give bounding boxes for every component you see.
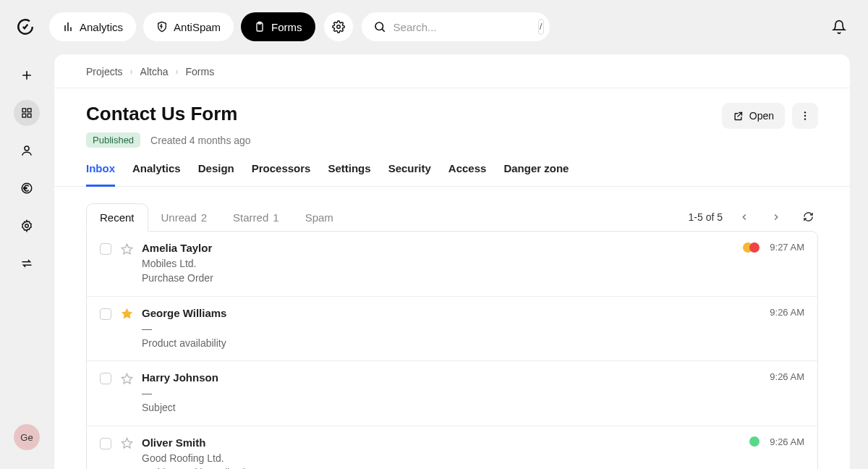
row-name: Harry Johnson [142,371,761,384]
page-title: Contact Us Form [86,103,251,125]
svg-point-14 [25,146,29,151]
swap-icon [20,257,33,270]
tab-processors[interactable]: Processors [252,162,311,186]
row-subject: Subject [142,400,761,415]
starred-count: 1 [273,211,278,224]
star-icon[interactable] [120,437,133,450]
sidebar: Ge [0,54,54,469]
notifications-button[interactable] [825,12,854,41]
shield-icon [156,21,168,33]
tab-design[interactable]: Design [198,162,234,186]
chevron-right-icon: › [176,67,179,77]
sidebar-billing[interactable] [14,175,40,201]
sidebar-settings[interactable] [14,213,40,239]
euro-icon [20,182,33,195]
settings-button[interactable] [324,12,353,41]
search-icon [373,20,386,33]
row-checkbox[interactable] [100,243,111,255]
breadcrumb-projects[interactable]: Projects [86,66,123,77]
sidebar-dashboard[interactable] [14,100,40,126]
row-subject: Purchase Order [142,271,734,285]
sidebar-new[interactable] [14,62,40,88]
row-right: 9:26 AM [770,371,804,382]
tab-access[interactable]: Access [448,162,487,186]
nav-analytics-label: Analytics [80,21,123,33]
row-company: — [142,321,761,336]
row-checkbox[interactable] [100,373,111,384]
row-body: Amelia TaylorMobiles Ltd.Purchase Order [142,242,734,286]
tab-settings[interactable]: Settings [328,162,370,186]
logo[interactable] [14,16,36,38]
svg-point-17 [804,111,806,113]
tab-danger[interactable]: Danger zone [503,162,569,186]
filter-starred[interactable]: Starred 1 [220,204,292,231]
row-name: Amelia Taylor [142,242,734,254]
clipboard-icon [254,21,265,33]
star-icon[interactable] [120,242,133,255]
avatar-label: Ge [20,432,33,443]
star-icon[interactable] [120,308,133,321]
row-time: 9:26 AM [770,371,804,382]
row-right: 9:26 AM [770,307,804,318]
row-name: George Williams [142,307,761,319]
filter-spam[interactable]: Spam [292,204,346,231]
search[interactable]: / [362,12,550,41]
row-company: — [142,386,761,400]
svg-marker-21 [122,309,132,318]
nav-antispam-label: AntiSpam [174,21,221,33]
search-shortcut: / [538,19,544,35]
grid-icon [21,107,33,119]
gear-icon [20,219,33,232]
message-list: Amelia TaylorMobiles Ltd.Purchase Order9… [86,231,818,469]
chevron-right-icon [771,212,781,222]
open-button[interactable]: Open [722,103,785,129]
tab-analytics[interactable]: Analytics [132,162,181,186]
sidebar-transfer[interactable] [14,250,40,276]
open-label: Open [749,110,774,122]
row-name: Oliver Smith [142,436,741,449]
row-checkbox[interactable] [100,308,111,320]
tag-dot [749,436,760,447]
svg-point-19 [804,118,806,119]
breadcrumb: Projects › Altcha › Forms [54,54,850,88]
filter-recent[interactable]: Recent [86,203,148,232]
pager-prev[interactable] [734,207,754,227]
row-subject: Problems with application access [142,465,741,469]
message-row[interactable]: Amelia TaylorMobiles Ltd.Purchase Order9… [87,232,817,297]
breadcrumb-altcha[interactable]: Altcha [140,66,169,77]
pager-next[interactable] [766,207,786,227]
unread-count: 2 [201,211,207,224]
chevron-left-icon [739,212,749,222]
pager: 1-5 of 5 [689,207,818,227]
star-icon[interactable] [120,372,133,385]
message-row[interactable]: George Williams—Product availability9:26… [87,297,817,362]
avatar[interactable]: Ge [14,424,40,450]
row-time: 9:27 AM [770,242,804,253]
more-button[interactable] [792,103,818,129]
row-right: 9:27 AM [743,242,804,253]
nav-forms[interactable]: Forms [241,12,315,41]
tab-security[interactable]: Security [388,162,431,186]
inbox-bar: Recent Unread 2 Starred 1 Spam 1-5 of 5 [54,187,850,231]
tag-dots [743,242,760,253]
refresh-button[interactable] [798,207,818,227]
bar-chart-icon [62,21,74,33]
message-row[interactable]: Harry Johnson—Subject9:26 AM [87,361,817,426]
tab-inbox[interactable]: Inbox [86,162,115,187]
breadcrumb-forms[interactable]: Forms [186,66,215,77]
svg-point-6 [375,22,383,30]
svg-rect-12 [22,114,26,117]
user-icon [20,144,33,157]
filter-unread[interactable]: Unread 2 [148,204,221,231]
search-input[interactable] [393,21,531,33]
nav-pills: Analytics AntiSpam Forms [49,12,315,41]
row-time: 9:26 AM [770,307,804,318]
nav-antispam[interactable]: AntiSpam [143,12,234,41]
message-row[interactable]: Oliver SmithGood Roofing Ltd.Problems wi… [87,426,817,469]
row-body: George Williams—Product availability [142,307,761,351]
main-panel: Projects › Altcha › Forms Contact Us For… [54,54,851,469]
sidebar-users[interactable] [14,138,40,164]
nav-analytics[interactable]: Analytics [49,12,136,41]
more-vertical-icon [799,110,811,122]
row-checkbox[interactable] [100,438,111,449]
